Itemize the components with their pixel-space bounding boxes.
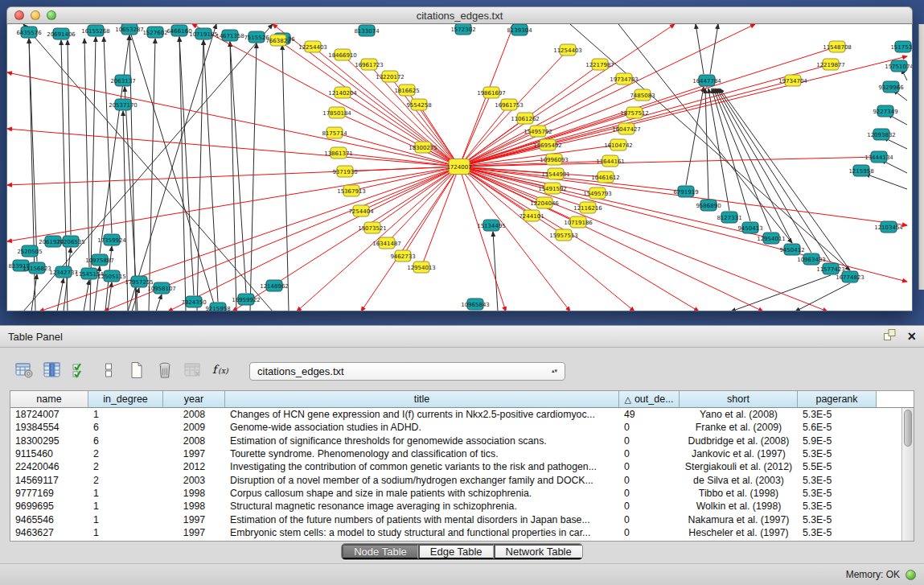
graph-node[interactable]: 16155268 [81,25,110,36]
graph-node[interactable]: 9462733 [390,250,415,262]
graph-node[interactable]: 16341487 [372,237,401,249]
table-cell[interactable]: Structural magnetic resonance image aver… [225,501,619,512]
graph-node[interactable]: 12954013 [407,262,436,273]
graph-node[interactable]: 8133074 [354,25,380,36]
graph-node[interactable]: 6466160 [166,25,191,36]
table-cell[interactable]: 2009 [163,422,225,433]
graph-node[interactable]: 15367913 [337,185,366,196]
table-cell[interactable]: 0 [619,422,680,433]
table-cell[interactable]: 1997 [163,448,225,459]
graph-node[interactable]: 9227349 [873,105,897,117]
graph-node[interactable]: 16961723 [355,59,384,70]
graph-node[interactable]: 6435576 [16,27,42,38]
column-header-pagerank[interactable]: pagerank [798,391,877,408]
table-row[interactable]: 977716911998Corpus callosum shape and si… [10,487,901,500]
graph-node[interactable]: 1517534 [890,41,912,52]
graph-node[interactable]: 9371930 [332,166,357,177]
graph-node[interactable]: 13861371 [324,147,353,159]
row-height-button[interactable] [97,360,120,381]
graph-node[interactable]: 9586890 [696,200,721,211]
table-cell[interactable]: Changes of HCN gene expression and I(f) … [225,409,619,420]
table-cell[interactable]: 1 [88,488,163,499]
table-cell[interactable]: 5.3E-5 [798,514,877,525]
graph-node[interactable]: 8139304 [507,24,532,35]
graph-node[interactable]: 13220172 [376,71,405,82]
table-cell[interactable]: Stergiakouli et al. (2012) [680,461,798,472]
table-row[interactable]: 1456911722003Disruption of a novel membe… [10,473,901,486]
table-cell[interactable]: 2012 [163,461,225,472]
table-cell[interactable]: 0 [619,488,680,499]
graph-node[interactable]: 18300275 [409,142,437,153]
table-cell[interactable]: 0 [619,527,680,538]
graph-node[interactable]: 12342737 [49,266,78,278]
window-titlebar[interactable]: citations_edges.txt [6,6,913,24]
table-row[interactable]: 946362711997Embryonic stem cells: a mode… [10,526,901,539]
graph-node[interactable]: 12116216 [573,202,602,213]
graph-node[interactable]: 18757512 [620,107,649,118]
graph-node[interactable]: 1724007 [446,159,471,175]
function-builder-button[interactable]: f(x) [210,360,232,381]
table-cell[interactable]: 5.3E-5 [798,448,877,459]
table-row[interactable]: 2242004622012Investigating the contribut… [10,460,901,473]
graph-node[interactable]: 8127331 [717,212,741,223]
table-cell[interactable]: 5.5E-5 [798,461,877,472]
graph-node[interactable]: 15495792 [524,126,552,137]
graph-node[interactable]: 12954011 [757,233,786,244]
table-cell[interactable]: 5.9E-5 [798,435,877,447]
column-header-title[interactable]: title [225,391,619,408]
column-header-name[interactable]: name [10,391,88,408]
table-cell[interactable]: 2 [88,475,163,486]
table-cell[interactable]: Estimation of significance thresholds fo… [225,435,619,447]
graph-node[interactable]: 11644161 [596,155,625,167]
table-cell[interactable]: Jankovic et al. (1997) [680,448,798,459]
table-cell[interactable]: Franke et al. (2009) [680,422,798,433]
table-row[interactable]: 911546021997Tourette syndrome. Phenomeno… [10,447,901,460]
graph-node[interactable]: 12148962 [260,280,289,291]
table-row[interactable]: 1830029562008Estimation of significance … [10,435,901,447]
table-cell[interactable]: Tibbo et al. (1998) [680,488,798,499]
new-column-button[interactable] [125,360,148,381]
graph-node[interactable]: 1816625 [394,84,419,96]
table-cell[interactable]: 2003 [163,475,225,486]
table-cell[interactable]: Dudbridge et al. (2008) [680,435,798,447]
table-cell[interactable]: 1997 [163,527,225,538]
table-cell[interactable]: 0 [619,475,680,486]
delete-column-button[interactable] [154,360,176,381]
graph-node[interactable]: 9450412 [779,244,804,255]
table-cell[interactable]: 9465546 [10,514,88,525]
table-cell[interactable]: 0 [619,514,680,525]
table-cell[interactable]: 14569117 [10,475,88,486]
graph-node[interactable]: 15073521 [358,222,387,233]
graph-node[interactable]: 11061262 [511,113,540,124]
table-cell[interactable]: 1 [88,409,163,420]
table-cell[interactable]: 2008 [163,409,225,420]
graph-node[interactable]: 18466910 [328,49,357,60]
table-cell[interactable]: Disruption of a novel member of a sodium… [225,475,619,486]
graph-node[interactable]: 19861697 [477,87,506,98]
graph-node[interactable]: 11548708 [823,41,852,52]
tab-edge-table[interactable]: Edge Table [418,544,494,559]
table-cell[interactable]: de Silva et al. (2003) [680,475,798,486]
table-cell[interactable]: 9115460 [10,448,88,459]
table-cell[interactable]: Wolkin et al. (1998) [680,501,798,512]
graph-node[interactable]: 12217987 [585,59,614,70]
float-panel-icon[interactable] [883,328,897,344]
graph-node[interactable]: 12140204 [328,87,357,98]
table-cell[interactable]: 1 [88,527,163,538]
table-cell[interactable]: 1997 [163,514,225,525]
table-cell[interactable]: Investigating the contribution of common… [225,461,619,472]
table-cell[interactable]: 1 [88,514,163,525]
table-cell[interactable]: 9699695 [10,501,88,512]
table-cell[interactable]: 9463627 [10,527,88,538]
table-cell[interactable]: 5.3E-5 [798,409,877,420]
table-row[interactable]: 1872400712008Changes of HCN gene express… [10,408,901,421]
table-cell[interactable]: 2 [88,461,163,472]
column-header-short[interactable]: short [680,391,798,408]
close-panel-icon[interactable]: × [907,331,916,342]
graph-node[interactable]: 20691406 [47,28,76,39]
column-header-year[interactable]: year [163,391,225,408]
graph-node[interactable]: 16774823 [836,271,864,282]
show-columns-button[interactable] [41,360,64,381]
table-cell[interactable]: 5.6E-5 [798,422,877,433]
table-cell[interactable]: 18300295 [10,435,88,447]
